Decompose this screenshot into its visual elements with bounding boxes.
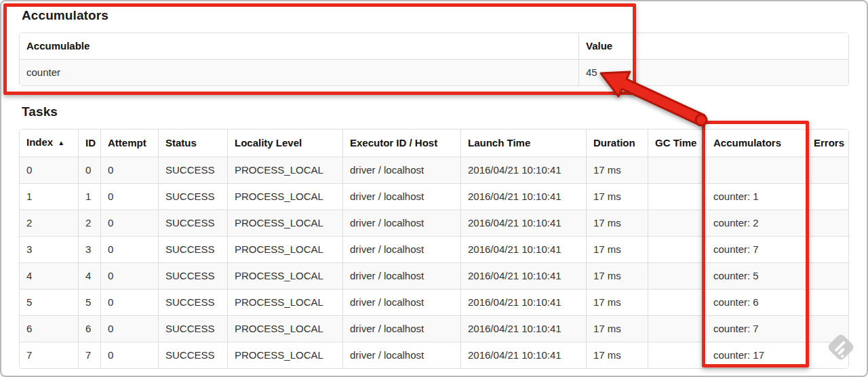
cell-accumulators: counter: 6 xyxy=(706,289,806,315)
cell-attempt: 0 xyxy=(100,289,158,315)
cell-id: 3 xyxy=(78,236,100,262)
column-header-errors[interactable]: Errors xyxy=(806,130,848,157)
cell-locality: PROCESS_LOCAL xyxy=(227,289,342,315)
tasks-table-header-row: Index▲ ID Attempt Status Locality Level … xyxy=(20,130,848,157)
cell-attempt: 0 xyxy=(100,157,158,183)
cell-duration: 17 ms xyxy=(586,315,648,342)
cell-errors xyxy=(806,157,848,183)
cell-id: 2 xyxy=(78,210,100,236)
cell-status: SUCCESS xyxy=(158,262,227,289)
cell-index: 3 xyxy=(20,236,78,262)
cell-accumulators xyxy=(706,157,806,183)
cell-status: SUCCESS xyxy=(158,210,227,236)
cell-accumulators: counter: 2 xyxy=(706,210,806,236)
cell-status: SUCCESS xyxy=(158,236,227,262)
cell-id: 4 xyxy=(78,262,100,289)
page-content: Accumulators Accumulable Value counter45… xyxy=(1,8,867,369)
cell-index: 0 xyxy=(20,157,78,183)
column-header-locality-level[interactable]: Locality Level xyxy=(227,130,342,157)
column-header-duration[interactable]: Duration xyxy=(586,130,648,157)
column-header-index-label: Index xyxy=(26,136,53,148)
cell-attempt: 0 xyxy=(100,342,158,368)
cell-index: 7 xyxy=(20,342,78,368)
sort-ascending-icon: ▲ xyxy=(58,139,64,146)
column-header-attempt[interactable]: Attempt xyxy=(100,130,158,157)
cell-accumulators: counter: 1 xyxy=(706,183,806,210)
cell-gc xyxy=(648,289,706,315)
cell-status: SUCCESS xyxy=(158,183,227,210)
column-header-gc-time[interactable]: GC Time xyxy=(648,130,706,157)
cell-locality: PROCESS_LOCAL xyxy=(227,236,342,262)
cell-gc xyxy=(648,183,706,210)
cell-launch: 2016/04/21 10:10:41 xyxy=(460,183,586,210)
cell-gc xyxy=(648,236,706,262)
accumulators-table-header-row: Accumulable Value xyxy=(20,33,848,59)
cell-gc xyxy=(648,210,706,236)
cell-launch: 2016/04/21 10:10:41 xyxy=(460,342,586,368)
tasks-table: Index▲ ID Attempt Status Locality Level … xyxy=(19,129,849,369)
column-header-value[interactable]: Value xyxy=(578,33,848,59)
cell-index: 1 xyxy=(20,183,78,210)
table-row: 220SUCCESSPROCESS_LOCALdriver / localhos… xyxy=(20,210,848,236)
cell-executor: driver / localhost xyxy=(342,315,460,342)
cell-duration: 17 ms xyxy=(586,236,648,262)
cell-executor: driver / localhost xyxy=(342,289,460,315)
table-row: 660SUCCESSPROCESS_LOCALdriver / localhos… xyxy=(20,315,848,342)
cell-id: 7 xyxy=(78,342,100,368)
table-row: 000SUCCESSPROCESS_LOCALdriver / localhos… xyxy=(20,157,848,183)
table-row: 330SUCCESSPROCESS_LOCALdriver / localhos… xyxy=(20,236,848,262)
accumulators-section-heading: Accumulators xyxy=(22,8,849,23)
cell-errors xyxy=(806,262,848,289)
cell-duration: 17 ms xyxy=(586,183,648,210)
cell-launch: 2016/04/21 10:10:41 xyxy=(460,315,586,342)
cell-duration: 17 ms xyxy=(586,262,648,289)
cell-attempt: 0 xyxy=(100,262,158,289)
cell-index: 4 xyxy=(20,262,78,289)
cell-status: SUCCESS xyxy=(158,315,227,342)
cell-locality: PROCESS_LOCAL xyxy=(227,183,342,210)
cell-gc xyxy=(648,342,706,368)
cell-errors xyxy=(806,210,848,236)
cell-errors xyxy=(806,289,848,315)
column-header-id[interactable]: ID xyxy=(78,130,100,157)
cell-index: 5 xyxy=(20,289,78,315)
accumulators-table-body: counter45 xyxy=(20,59,848,85)
column-header-launch-time[interactable]: Launch Time xyxy=(460,130,586,157)
cell-status: SUCCESS xyxy=(158,289,227,315)
cell-executor: driver / localhost xyxy=(342,262,460,289)
column-header-accumulable[interactable]: Accumulable xyxy=(20,33,578,59)
cell-status: SUCCESS xyxy=(158,342,227,368)
column-header-accumulators[interactable]: Accumulators xyxy=(706,130,806,157)
cell-locality: PROCESS_LOCAL xyxy=(227,157,342,183)
cell-gc xyxy=(648,157,706,183)
cell-id: 0 xyxy=(78,157,100,183)
cell-launch: 2016/04/21 10:10:41 xyxy=(460,157,586,183)
column-header-index[interactable]: Index▲ xyxy=(20,130,78,157)
cell-accumulators: counter: 7 xyxy=(706,315,806,342)
cell-duration: 17 ms xyxy=(586,157,648,183)
column-header-status[interactable]: Status xyxy=(158,130,227,157)
cell-accumulators: counter: 7 xyxy=(706,236,806,262)
cell-locality: PROCESS_LOCAL xyxy=(227,342,342,368)
cell-locality: PROCESS_LOCAL xyxy=(227,210,342,236)
cell-index: 2 xyxy=(20,210,78,236)
table-row: 770SUCCESSPROCESS_LOCALdriver / localhos… xyxy=(20,342,848,368)
accumulators-table: Accumulable Value counter45 xyxy=(19,33,849,86)
cell-executor: driver / localhost xyxy=(342,157,460,183)
cell-executor: driver / localhost xyxy=(342,236,460,262)
cell-executor: driver / localhost xyxy=(342,342,460,368)
cell-attempt: 0 xyxy=(100,236,158,262)
column-header-executor-id-host[interactable]: Executor ID / Host xyxy=(342,130,460,157)
cell-value: 45 xyxy=(578,59,848,85)
cell-errors xyxy=(806,183,848,210)
cell-duration: 17 ms xyxy=(586,342,648,368)
cell-gc xyxy=(648,262,706,289)
tasks-section-heading: Tasks xyxy=(22,104,849,119)
cell-id: 5 xyxy=(78,289,100,315)
cell-accumulators: counter: 17 xyxy=(706,342,806,368)
cell-id: 6 xyxy=(78,315,100,342)
spark-ui-stage-page: Accumulators Accumulable Value counter45… xyxy=(0,0,868,377)
cell-id: 1 xyxy=(78,183,100,210)
cell-attempt: 0 xyxy=(100,315,158,342)
cell-launch: 2016/04/21 10:10:41 xyxy=(460,236,586,262)
